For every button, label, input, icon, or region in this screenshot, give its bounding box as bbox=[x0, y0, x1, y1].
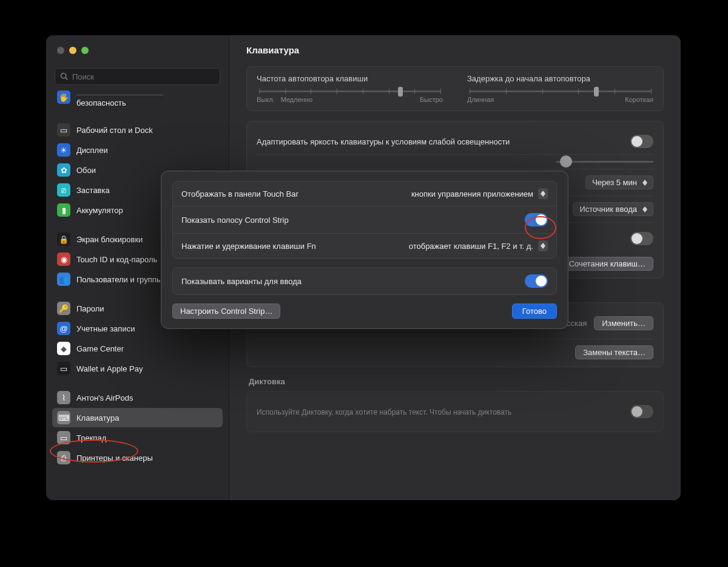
repeat-delay-short: Короткая bbox=[625, 96, 653, 103]
sidebar-item-label: Дисплеи bbox=[76, 146, 108, 155]
done-button[interactable]: Готово bbox=[512, 304, 557, 319]
search-field[interactable] bbox=[55, 68, 220, 85]
sidebar-item-label: Рабочий стол и Dock bbox=[76, 126, 153, 135]
control-strip-toggle[interactable] bbox=[525, 213, 548, 226]
sidebar-item-2[interactable]: ☀Дисплеи bbox=[52, 140, 223, 160]
fn-hold-row: Нажатие и удерживание клавиши Fn отображ… bbox=[173, 233, 556, 258]
control-strip-label: Показать полосу Control Strip bbox=[181, 216, 289, 225]
sidebar-item-13[interactable]: ⌇Антон's AirPods bbox=[52, 388, 223, 407]
input-variants-label: Показывать варианты для ввода bbox=[181, 277, 302, 286]
sidebar-separator bbox=[52, 111, 223, 120]
sidebar-item-label: Пользователи и группы bbox=[76, 275, 162, 284]
repeat-delay-group: Задержка до начала автоповтора Длинная К… bbox=[467, 74, 653, 103]
sidebar-item-icon: ◆ bbox=[57, 342, 70, 355]
repeat-delay-long: Длинная bbox=[467, 96, 494, 103]
dim-after-select[interactable]: Через 5 мин bbox=[585, 175, 653, 189]
stepper-icon bbox=[641, 205, 649, 214]
repeat-delay-slider[interactable] bbox=[470, 90, 651, 92]
sidebar-item-14[interactable]: ⌨Клавиатура bbox=[52, 408, 223, 427]
touchbar-display-select[interactable]: кнопки управления приложением bbox=[411, 188, 548, 199]
fn-hold-value: отображает клавиши F1, F2 и т. д. bbox=[409, 242, 533, 251]
fn-key-toggle[interactable] bbox=[630, 232, 653, 245]
input-variants-toggle[interactable] bbox=[525, 274, 548, 288]
sidebar-item-icon: ☀ bbox=[57, 143, 70, 157]
slider-knob[interactable] bbox=[594, 87, 599, 97]
sidebar-item-label: Game Center bbox=[76, 344, 124, 353]
repeat-rate-slider[interactable] bbox=[259, 90, 440, 92]
sidebar-item-icon: 🔒 bbox=[57, 233, 70, 246]
configure-control-strip-button[interactable]: Настроить Control Strip… bbox=[172, 304, 280, 319]
change-sources-button[interactable]: Изменить… bbox=[594, 316, 653, 330]
search-icon bbox=[60, 72, 69, 81]
maximize-button[interactable] bbox=[81, 47, 89, 54]
touchbar-display-value: кнопки управления приложением bbox=[411, 189, 533, 199]
brightness-slider-knob[interactable] bbox=[560, 155, 572, 168]
repeat-rate-group: Частота автоповтора клавиши Выкл. Медлен… bbox=[257, 74, 443, 103]
repeat-rate-fast: Быстро bbox=[420, 96, 443, 103]
sidebar-item-15[interactable]: ▭Трекпад bbox=[52, 428, 223, 447]
sidebar-item-0[interactable]: 🖐———————————безопасность bbox=[52, 90, 223, 110]
input-source-value: Источник ввода bbox=[579, 205, 637, 214]
sidebar-item-label: Пароли bbox=[76, 304, 104, 313]
fn-hold-select[interactable]: отображает клавиши F1, F2 и т. д. bbox=[409, 240, 548, 251]
repeat-delay-label: Задержка до начала автоповтора bbox=[467, 74, 653, 83]
adapt-brightness-toggle[interactable] bbox=[630, 135, 653, 148]
sidebar-item-icon: ✿ bbox=[57, 163, 70, 177]
dictation-card: Используйте Диктовку, когда хотите набра… bbox=[246, 391, 664, 432]
control-strip-row: Показать полосу Control Strip bbox=[173, 206, 556, 233]
input-variants-row: Показывать варианты для ввода bbox=[173, 268, 556, 294]
sidebar-item-label: Принтеры и сканеры bbox=[76, 453, 153, 463]
dim-after-value: Через 5 мин bbox=[592, 178, 637, 187]
sidebar-item-icon: @ bbox=[57, 322, 70, 335]
stepper-icon bbox=[538, 240, 548, 251]
sidebar-item-icon: ◉ bbox=[57, 253, 70, 266]
sidebar-separator bbox=[52, 379, 223, 387]
dictation-hint: Используйте Диктовку, когда хотите набра… bbox=[257, 408, 511, 416]
sidebar-item-icon: 👥 bbox=[57, 273, 70, 286]
sidebar-item-icon: ▮ bbox=[57, 203, 70, 217]
sidebar-item-label: ———————————безопасность bbox=[76, 90, 163, 107]
input-source-select[interactable]: Источник ввода bbox=[573, 202, 653, 216]
text-substitutions-button[interactable]: Замены текста… bbox=[575, 345, 653, 359]
key-repeat-card: Частота автоповтора клавиши Выкл. Медлен… bbox=[246, 66, 664, 111]
sidebar-item-label: Touch ID и код-пароль bbox=[76, 255, 157, 264]
repeat-rate-off: Выкл. bbox=[257, 96, 275, 103]
stepper-icon bbox=[641, 178, 649, 187]
touchbar-display-row: Отображать в панели Touch Bar кнопки упр… bbox=[173, 182, 556, 206]
sidebar-item-label: Wallet и Apple Pay bbox=[76, 364, 143, 373]
dictation-toggle[interactable] bbox=[630, 405, 653, 418]
sidebar-item-1[interactable]: ▭Рабочий стол и Dock bbox=[52, 120, 223, 140]
sidebar-item-11[interactable]: ◆Game Center bbox=[52, 339, 223, 358]
close-button[interactable] bbox=[57, 47, 64, 54]
sidebar-item-label: Заставка bbox=[76, 186, 110, 195]
sidebar-item-icon: ⎙ bbox=[57, 451, 70, 464]
sidebar-item-label: Трекпад bbox=[76, 433, 106, 443]
sidebar-item-icon: 🔑 bbox=[57, 302, 70, 315]
sidebar-item-label: Обои bbox=[76, 166, 96, 175]
sidebar-item-icon: ▭ bbox=[57, 123, 70, 137]
touchbar-settings-sheet: Отображать в панели Touch Bar кнопки упр… bbox=[161, 171, 568, 329]
search-input[interactable] bbox=[72, 72, 215, 81]
window-titlebar bbox=[46, 35, 229, 66]
sidebar-item-icon: ⎚ bbox=[57, 183, 70, 197]
fn-hold-label: Нажатие и удерживание клавиши Fn bbox=[181, 242, 316, 251]
dictation-header: Диктовка bbox=[249, 377, 661, 386]
sidebar-item-label: Антон's AirPods bbox=[76, 393, 133, 402]
minimize-button[interactable] bbox=[69, 47, 76, 54]
sidebar-item-icon: ▭ bbox=[57, 362, 70, 375]
adapt-brightness-label: Адаптировать яркость клавиатуры к услови… bbox=[257, 137, 510, 146]
sidebar-item-label: Аккумулятор bbox=[76, 206, 123, 215]
sidebar-item-icon: ▭ bbox=[57, 431, 70, 444]
sidebar-item-label: Учетные записи bbox=[76, 324, 135, 333]
sidebar-item-icon: ⌨ bbox=[57, 411, 70, 424]
sidebar-item-label: Экран блокировки bbox=[76, 235, 143, 244]
sidebar-item-16[interactable]: ⎙Принтеры и сканеры bbox=[52, 448, 223, 467]
slider-knob[interactable] bbox=[398, 87, 403, 97]
touchbar-display-label: Отображать в панели Touch Bar bbox=[181, 189, 298, 199]
sidebar-item-label: Клавиатура bbox=[76, 413, 119, 423]
shortcuts-button[interactable]: Сочетания клавиш… bbox=[561, 257, 653, 271]
sidebar-item-icon: 🖐 bbox=[57, 90, 70, 104]
repeat-rate-label: Частота автоповтора клавиши bbox=[257, 74, 443, 83]
repeat-rate-slow: Медленно bbox=[281, 96, 312, 103]
sidebar-item-12[interactable]: ▭Wallet и Apple Pay bbox=[52, 359, 223, 378]
